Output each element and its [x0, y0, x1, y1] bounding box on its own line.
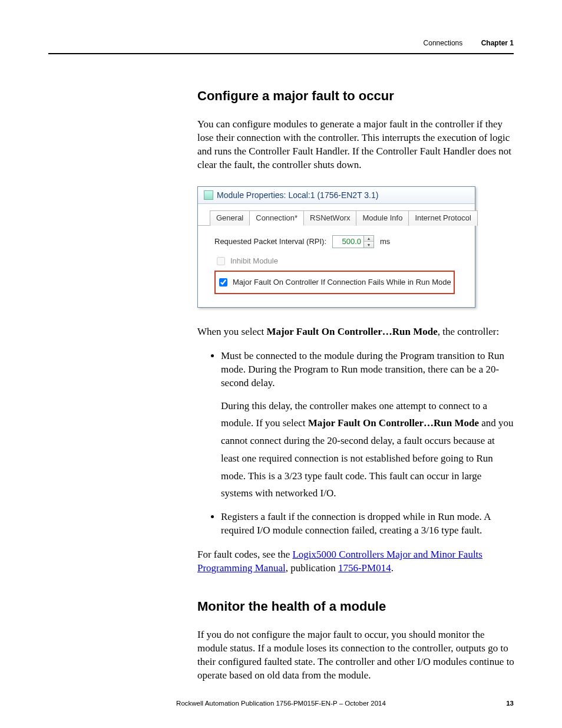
chevron-up-icon[interactable]: ▲ [364, 236, 373, 242]
fault-codes-paragraph: For fault codes, see the Logix5000 Contr… [197, 548, 515, 575]
connection-panel: Requested Packet Interval (RPI): ▲ ▼ ms [198, 226, 475, 307]
bold-major-fault-2: Major Fault On Controller…Run Mode [308, 417, 479, 429]
behavior-list: Must be connected to the module during t… [197, 350, 515, 538]
tab-general[interactable]: General [210, 210, 250, 226]
tab-bar: General Connection* RSNetWorx Module Inf… [198, 204, 475, 225]
major-fault-label: Major Fault On Controller If Connection … [233, 278, 451, 286]
monitor-paragraph: If you do not configure the major fault … [197, 628, 515, 683]
rpi-label: Requested Packet Interval (RPI): [214, 237, 326, 246]
inhibit-module-row: Inhibit Module [214, 255, 467, 267]
inhibit-module-checkbox[interactable] [217, 257, 225, 265]
list-item-registers-fault: Registers a fault if the connection is d… [221, 510, 515, 538]
header-chapter: Chapter 1 [481, 39, 514, 47]
chevron-down-icon[interactable]: ▼ [364, 241, 373, 248]
heading-configure-major-fault: Configure a major fault to occur [197, 88, 515, 104]
rpi-stepper[interactable]: ▲ ▼ [364, 235, 374, 248]
monitor-section: Monitor the health of a module If you do… [197, 599, 515, 683]
heading-monitor-health: Monitor the health of a module [197, 599, 515, 614]
dialog-titlebar: Module Properties: Local:1 (1756-EN2T 3.… [198, 187, 475, 204]
intro-paragraph: You can configure modules to generate a … [197, 118, 515, 172]
tab-connection[interactable]: Connection* [249, 210, 304, 226]
tab-internet-protocol[interactable]: Internet Protocol [408, 210, 477, 226]
tab-rsnetworx[interactable]: RSNetWorx [303, 210, 356, 226]
header-rule [48, 53, 514, 54]
tab-module-info[interactable]: Module Info [356, 210, 409, 226]
bold-major-fault-1: Major Fault On Controller…Run Mode [267, 326, 438, 337]
window-icon [204, 190, 213, 200]
list-item-delay-detail: During this delay, the controller makes … [221, 397, 515, 503]
header-section: Connections [424, 39, 463, 47]
dialog-title: Module Properties: Local:1 (1756-EN2T 3.… [217, 190, 378, 200]
page: Connections Chapter 1 Configure a major … [0, 0, 562, 728]
running-header: Connections Chapter 1 [0, 39, 562, 47]
major-fault-highlight: Major Fault On Controller If Connection … [214, 271, 455, 294]
major-fault-row: Major Fault On Controller If Connection … [217, 276, 451, 288]
link-publication-number[interactable]: 1756-PM014 [338, 562, 391, 574]
when-select-paragraph: When you select Major Fault On Controlle… [197, 325, 515, 339]
major-fault-checkbox[interactable] [219, 278, 227, 286]
footer-publication: Rockwell Automation Publication 1756-PM0… [0, 700, 562, 707]
rpi-row: Requested Packet Interval (RPI): ▲ ▼ ms [214, 235, 467, 248]
rpi-input[interactable] [332, 235, 364, 248]
main-content: Configure a major fault to occur You can… [197, 88, 515, 693]
list-item-connected: Must be connected to the module during t… [221, 350, 515, 502]
rpi-unit: ms [380, 237, 390, 246]
rpi-spinner[interactable]: ▲ ▼ [332, 235, 374, 248]
footer-page-number: 13 [506, 700, 514, 707]
module-properties-dialog: Module Properties: Local:1 (1756-EN2T 3.… [197, 186, 475, 308]
screenshot-wrapper: Module Properties: Local:1 (1756-EN2T 3.… [197, 186, 515, 308]
inhibit-module-label: Inhibit Module [230, 256, 278, 265]
